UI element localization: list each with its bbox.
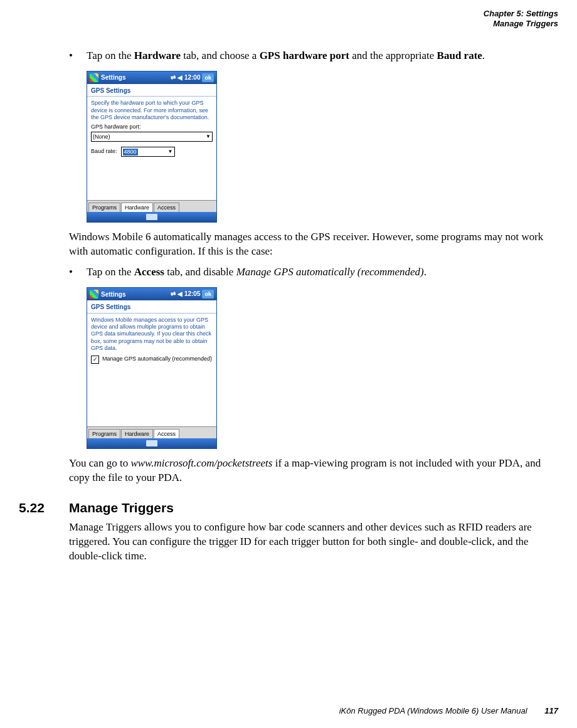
page-content: • Tap on the Hardware tab, and choose a … [69,49,558,564]
titlebar-status-icons: ⇄ ◀ 12:00 ok [171,73,214,82]
paragraph: Windows Mobile 6 automatically manages a… [69,230,558,259]
ok-button[interactable]: ok [202,290,214,298]
start-icon[interactable] [90,73,98,82]
bullet-item: • Tap on the Hardware tab, and choose a … [69,49,558,63]
paragraph: You can go to www.microsoft.com/pocketst… [69,456,558,485]
clock-text: 12:00 [184,73,201,82]
paragraph: Manage Triggers allows you to configure … [69,520,558,564]
bullet-text: Tap on the Hardware tab, and choose a GP… [87,49,558,63]
bullet-text: Tap on the Access tab, and disable Manag… [87,265,558,280]
chevron-down-icon: ▼ [206,134,211,140]
bullet-item: • Tap on the Access tab, and disable Man… [69,265,558,280]
tab-hardware[interactable]: Hardware [121,429,153,438]
start-icon[interactable] [90,290,98,298]
manage-gps-checkbox[interactable]: ✓ [91,356,99,364]
bullet-marker: • [69,49,87,63]
window-titlebar: Settings ⇄ ◀ 12:05 ok [87,288,216,300]
url-text: www.microsoft.com/pocketstreets [130,457,272,469]
keyboard-icon [146,440,157,446]
tab-access[interactable]: Access [154,203,179,212]
header-chapter: Chapter 5: Settings [484,9,558,19]
panel-description: Windows Mobile manages access to your GP… [91,317,213,352]
sip-bar[interactable] [87,438,216,448]
baud-value: 4800 [123,149,138,156]
baud-dropdown[interactable]: 4800 ▼ [121,147,175,157]
volume-icon: ◀ [177,290,183,298]
clock-text: 12:05 [184,290,201,298]
screenshot-access-tab: Settings ⇄ ◀ 12:05 ok GPS Settings Windo… [87,287,217,449]
panel-title: GPS Settings [87,84,216,97]
tab-strip: Programs Hardware Access [87,200,216,212]
window-title: Settings [101,290,168,299]
tab-programs[interactable]: Programs [88,203,120,212]
window-title: Settings [101,73,168,82]
panel-title: GPS Settings [87,300,216,314]
section-number: 5.22 [19,499,69,517]
ok-button[interactable]: ok [202,73,214,82]
manual-page: Chapter 5: Settings Manage Triggers • Ta… [0,0,577,728]
baud-label: Baud rate: [91,148,117,155]
titlebar-status-icons: ⇄ ◀ 12:05 ok [171,290,214,298]
tab-strip: Programs Hardware Access [87,426,216,438]
window-titlebar: Settings ⇄ ◀ 12:00 ok [87,71,216,84]
port-dropdown[interactable]: (None) ▼ [91,132,213,142]
panel-body: Windows Mobile manages access to your GP… [87,314,216,426]
footer-manual-title: iKôn Rugged PDA (Windows Mobile 6) User … [339,706,527,715]
sip-bar[interactable] [87,212,216,222]
volume-icon: ◀ [177,73,183,82]
checkbox-label: Manage GPS automatically (recommended) [102,356,212,362]
panel-body: Specify the hardware port to which your … [87,97,216,200]
panel-description: Specify the hardware port to which your … [91,100,213,121]
page-footer: iKôn Rugged PDA (Windows Mobile 6) User … [339,706,558,715]
port-value: (None) [93,134,110,140]
section-title: Manage Triggers [69,500,174,515]
bullet-marker: • [69,265,87,280]
tab-programs[interactable]: Programs [88,429,120,438]
footer-page-number: 117 [544,706,558,715]
chevron-down-icon: ▼ [168,149,173,155]
screenshot-hardware-tab: Settings ⇄ ◀ 12:00 ok GPS Settings Speci… [87,71,217,223]
keyboard-icon [146,214,157,220]
port-label: GPS hardware port: [91,124,213,130]
page-header: Chapter 5: Settings Manage Triggers [484,9,558,29]
section-heading: 5.22Manage Triggers [69,499,558,517]
connectivity-icon: ⇄ [171,290,176,298]
header-section: Manage Triggers [484,19,558,29]
tab-hardware[interactable]: Hardware [121,203,153,212]
tab-access[interactable]: Access [154,429,179,438]
connectivity-icon: ⇄ [171,73,176,82]
